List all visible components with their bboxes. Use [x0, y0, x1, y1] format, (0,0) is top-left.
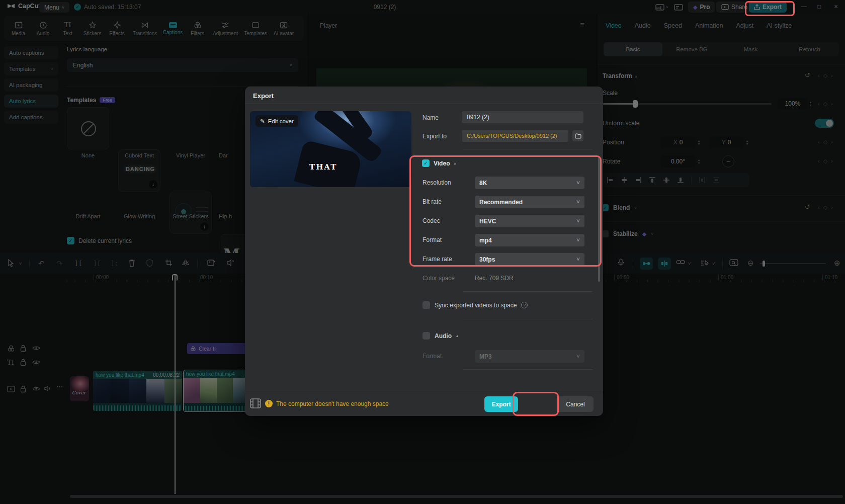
chevron-down-icon: ˅: [576, 218, 580, 225]
chevron-down-icon: ˅: [576, 237, 580, 244]
help-icon[interactable]: ?: [521, 302, 528, 308]
sync-to-space-row[interactable]: Sync exported videos to space ?: [422, 301, 528, 309]
sync-checkbox-unchecked[interactable]: [422, 301, 430, 309]
bitrate-select[interactable]: Recommended˅: [475, 196, 584, 208]
export-path-input[interactable]: C:/Users/TOPGUS/Desktop/0912 (2): [462, 130, 568, 142]
chevron-down-icon: ˅: [576, 199, 580, 206]
select-value: MP3: [479, 353, 492, 360]
divider: [463, 291, 593, 292]
cancel-button[interactable]: Cancel: [557, 396, 594, 412]
capcut-window: CapCut Menu ˅ ✓ Auto saved: 15:13:07 091…: [0, 0, 845, 504]
format-select[interactable]: mp4˅: [475, 234, 584, 246]
select-value: mp4: [479, 237, 492, 244]
export-cover-preview: THAT ✎ Edit cover: [250, 111, 411, 187]
dialog-title: Export: [253, 92, 274, 100]
audio-section-label: Audio: [435, 332, 452, 340]
chevron-down-icon: ˅: [576, 353, 580, 360]
divider: [463, 319, 593, 319]
sync-label: Sync exported videos to space: [435, 302, 517, 309]
divider: [463, 149, 593, 149]
chevron-down-icon: ˅: [576, 180, 580, 187]
export-to-label: Export to: [422, 133, 447, 140]
chevron-down-icon: ˅: [576, 256, 580, 263]
name-label: Name: [422, 114, 439, 121]
video-section-label: Video: [434, 160, 450, 167]
name-input[interactable]: 0912 (2): [462, 111, 583, 123]
warning-icon: !: [265, 400, 273, 407]
cover-caption-text: THAT: [309, 162, 337, 172]
audio-section-checkbox[interactable]: [422, 332, 430, 340]
select-value: 30fps: [479, 256, 495, 263]
collapse-up-icon: ▴: [456, 333, 458, 338]
divider: [245, 392, 603, 392]
pencil-icon: ✎: [260, 118, 265, 125]
resolution-select[interactable]: 8K˅: [475, 177, 584, 189]
select-value: 8K: [479, 180, 487, 187]
export-confirm-button[interactable]: Export: [484, 396, 518, 412]
cancel-label: Cancel: [566, 401, 584, 408]
edit-cover-button[interactable]: ✎ Edit cover: [256, 115, 298, 127]
export-confirm-label: Export: [491, 401, 511, 408]
color-space-value: Rec. 709 SDR: [475, 275, 514, 282]
video-section-checkbox[interactable]: ✓: [422, 159, 430, 167]
export-path-value: C:/Users/TOPGUS/Desktop/0912 (2): [467, 133, 557, 139]
resolution-label: Resolution: [422, 179, 451, 186]
select-value: Recommended: [479, 199, 523, 206]
dialog-scrollbar[interactable]: [598, 157, 600, 282]
select-value: HEVC: [479, 218, 496, 225]
name-value: 0912 (2): [467, 114, 489, 121]
codec-label: Codec: [422, 217, 440, 224]
format-label: Format: [422, 236, 442, 243]
color-space-label: Color space: [422, 275, 455, 282]
video-section-header[interactable]: ✓ Video ▴: [422, 159, 456, 167]
bitrate-label: Bit rate: [422, 198, 442, 205]
browse-folder-button[interactable]: [572, 130, 583, 141]
divider: [463, 369, 593, 370]
framerate-select[interactable]: 30fps˅: [475, 253, 584, 266]
audio-format-label: Format: [422, 353, 442, 360]
framerate-label: Frame rate: [422, 256, 452, 263]
divider: [245, 104, 603, 104]
export-dialog: Export THAT ✎ Edit cover Name 0912 (2) E…: [245, 87, 603, 416]
edit-cover-label: Edit cover: [268, 118, 294, 124]
codec-select[interactable]: HEVC˅: [475, 215, 584, 227]
warning-text: The computer doesn't have enough space: [276, 400, 389, 407]
render-queue-icon[interactable]: [250, 398, 261, 408]
audio-section-header[interactable]: Audio ▴: [422, 332, 458, 340]
collapse-up-icon: ▴: [454, 161, 456, 165]
audio-format-select[interactable]: MP3˅: [475, 350, 584, 363]
